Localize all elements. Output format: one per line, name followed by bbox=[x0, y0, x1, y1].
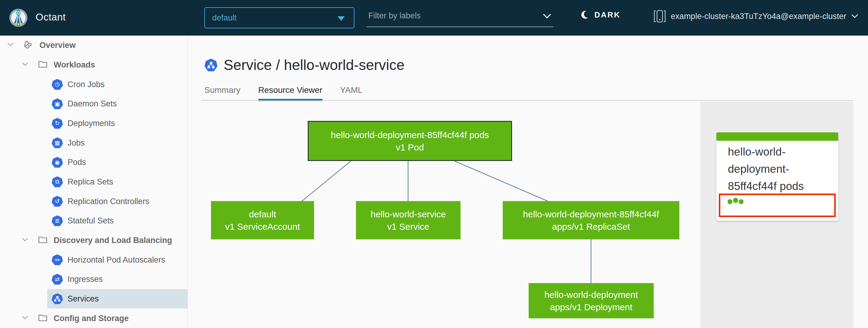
sidebar-item-horizontal-pod-autoscalers[interactable]: ↔ Horizontal Pod Autoscalers bbox=[0, 250, 187, 270]
services-icon bbox=[52, 293, 63, 304]
node-kind: v1 Pod bbox=[396, 141, 424, 153]
context-selector[interactable]: example-cluster-ka3TuTzYo4a@example-clus… bbox=[653, 9, 858, 24]
sidebar-item-config-and-storage[interactable]: Config and Storage bbox=[0, 308, 187, 328]
context-value: example-cluster-ka3TuTzYo4a@example-clus… bbox=[671, 12, 846, 21]
sidebar-item-label: Horizontal Pod Autoscalers bbox=[67, 255, 165, 264]
folder-icon bbox=[38, 235, 48, 245]
chevron-down-icon[interactable] bbox=[22, 62, 28, 67]
sidebar-item-replica-sets[interactable]: ⧉ Replica Sets bbox=[0, 172, 187, 192]
sidebar-item-replication-controllers[interactable]: ↺ Replication Controllers bbox=[0, 191, 187, 211]
octant-logo bbox=[8, 7, 29, 28]
overview-icon bbox=[23, 40, 33, 51]
sidebar-item-daemon-sets[interactable]: ▣ Daemon Sets bbox=[0, 94, 187, 114]
theme-toggle[interactable]: DARK bbox=[581, 10, 621, 20]
header-bar: Octant default DARK exam bbox=[0, 0, 868, 36]
sidebar-item-workloads[interactable]: Workloads bbox=[0, 55, 187, 75]
theme-toggle-label: DARK bbox=[594, 10, 621, 20]
jobs-icon: ▦ bbox=[52, 138, 63, 148]
sidebar-item-cron-jobs[interactable]: ◷ Cron Jobs bbox=[0, 74, 187, 94]
chevron-down-icon[interactable] bbox=[7, 42, 14, 48]
dropdown-arrow-icon bbox=[338, 16, 345, 21]
sidebar-item-stateful-sets[interactable]: ≣ Stateful Sets bbox=[0, 211, 187, 231]
chevron-down-icon bbox=[851, 14, 858, 19]
sidebar-item-label: Discovery and Load Balancing bbox=[54, 235, 172, 245]
pod-status-dots bbox=[727, 199, 834, 204]
sidebar-nav: Overview Workloads ◷ Cron Jobs ▣ Daemon … bbox=[0, 36, 188, 328]
sidebar-item-deployments[interactable]: ↻ Deployments bbox=[0, 114, 187, 133]
sidebar-item-label: Stateful Sets bbox=[67, 216, 114, 226]
cluster-icon bbox=[653, 9, 666, 24]
graph-node-serviceaccount[interactable]: default v1 ServiceAccount bbox=[211, 201, 314, 239]
sidebar-item-label: Replica Sets bbox=[67, 177, 113, 186]
card-status-bar bbox=[716, 132, 838, 141]
chevron-down-icon[interactable] bbox=[542, 13, 552, 19]
node-name: hello-world-deployment-85ff4cf44f bbox=[523, 208, 659, 220]
node-name: hello-world-deployment-85ff4cf44f pods bbox=[331, 129, 489, 141]
sidebar-item-services[interactable]: Services bbox=[0, 289, 187, 309]
sidebar-item-label: Daemon Sets bbox=[67, 99, 117, 109]
replica-sets-icon: ⧉ bbox=[52, 176, 63, 187]
pods-icon: ◉ bbox=[52, 157, 63, 168]
sidebar-item-jobs[interactable]: ▦ Jobs bbox=[0, 133, 187, 153]
namespace-value: default bbox=[212, 13, 237, 23]
folder-icon bbox=[38, 314, 48, 323]
label-filter bbox=[367, 8, 553, 27]
sidebar-item-ingresses[interactable]: ⇄ Ingresses bbox=[0, 270, 187, 289]
label-filter-input[interactable] bbox=[368, 11, 532, 21]
main-content: Service / hello-world-service Summary Re… bbox=[188, 36, 868, 328]
namespace-dropdown[interactable]: default bbox=[204, 7, 354, 28]
octant-window: Octant default DARK exam bbox=[0, 0, 868, 328]
detail-panel: hello-world-deployment-85ff4cf44f pods bbox=[700, 101, 853, 328]
node-name: hello-world-deployment bbox=[544, 289, 638, 301]
sidebar-item-label: Overview bbox=[39, 41, 76, 50]
sidebar-item-label: Cron Jobs bbox=[67, 80, 104, 89]
moon-icon bbox=[581, 10, 591, 20]
graph-node-service[interactable]: hello-world-service v1 Service bbox=[356, 201, 461, 239]
card-title: hello-world-deployment-85ff4cf44f pods bbox=[716, 141, 838, 195]
pod-status-dot[interactable] bbox=[739, 199, 744, 204]
chevron-down-icon[interactable] bbox=[22, 316, 28, 321]
sidebar-item-label: Deployments bbox=[67, 118, 115, 128]
chevron-down-icon[interactable] bbox=[22, 238, 28, 243]
sidebar-item-label: Workloads bbox=[54, 60, 95, 69]
deployments-icon: ↻ bbox=[52, 118, 63, 129]
pod-status-dot[interactable] bbox=[727, 199, 733, 204]
sidebar-item-label: Ingresses bbox=[67, 275, 103, 284]
graph-node-replicaset[interactable]: hello-world-deployment-85ff4cf44f apps/v… bbox=[503, 201, 679, 239]
sidebar-item-discovery-and-load-balancing[interactable]: Discovery and Load Balancing bbox=[0, 231, 187, 250]
sidebar-item-overview[interactable]: Overview bbox=[0, 36, 187, 55]
ingresses-icon: ⇄ bbox=[52, 274, 63, 285]
replication-controllers-icon: ↺ bbox=[52, 196, 63, 207]
node-kind: apps/v1 Deployment bbox=[550, 301, 632, 313]
graph-node-pod[interactable]: hello-world-deployment-85ff4cf44f pods v… bbox=[308, 121, 512, 161]
node-kind: v1 ServiceAccount bbox=[225, 220, 300, 233]
node-name: hello-world-service bbox=[370, 208, 446, 220]
pod-status-dot[interactable] bbox=[733, 198, 738, 203]
sidebar-item-label: Replication Controllers bbox=[67, 197, 150, 206]
folder-icon bbox=[38, 60, 48, 70]
cron-jobs-icon: ◷ bbox=[52, 79, 63, 90]
graph-node-deployment[interactable]: hello-world-deployment apps/v1 Deploymen… bbox=[529, 283, 654, 318]
stateful-sets-icon: ≣ bbox=[52, 215, 63, 226]
app-title: Octant bbox=[36, 11, 66, 23]
node-name: default bbox=[249, 208, 276, 220]
sidebar-item-label: Jobs bbox=[67, 138, 85, 147]
sidebar-item-label: Pods bbox=[67, 158, 86, 167]
daemon-sets-icon: ▣ bbox=[52, 98, 63, 109]
pod-detail-card: hello-world-deployment-85ff4cf44f pods bbox=[716, 132, 838, 221]
node-kind: apps/v1 ReplicaSet bbox=[552, 220, 630, 233]
sidebar-item-label: Config and Storage bbox=[54, 314, 129, 323]
node-kind: v1 Service bbox=[387, 220, 429, 233]
pod-status-highlight[interactable] bbox=[719, 193, 836, 217]
sidebar-item-pods[interactable]: ◉ Pods bbox=[0, 153, 187, 172]
horizontal-pod-autoscalers-icon: ↔ bbox=[52, 255, 63, 265]
sidebar-item-label: Services bbox=[67, 294, 99, 303]
